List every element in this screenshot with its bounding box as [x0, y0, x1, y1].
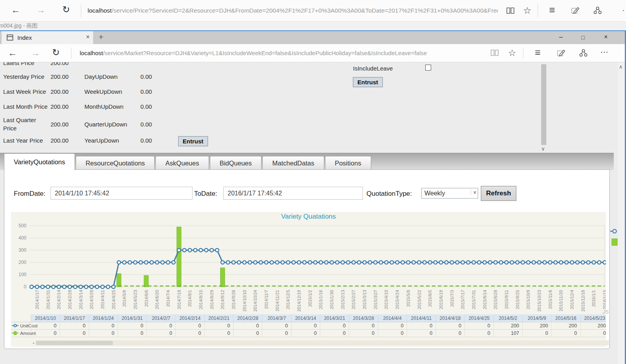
svg-text:2014/1/31: 2014/1/31 [46, 290, 50, 309]
table-cell: 0 [580, 330, 606, 337]
price-row-label: Latest Price [3, 62, 50, 67]
more-icon-fragment[interactable]: · [622, 6, 625, 15]
table-cell: 0 [89, 330, 118, 337]
entrust-button-left[interactable]: Entrust [178, 136, 208, 146]
quotation-type-label: QuotationType: [366, 190, 412, 198]
svg-text:2015/12/4: 2015/12/4 [570, 290, 574, 309]
price-table: Latest Price200.00Yesterday Price200.00D… [0, 62, 205, 147]
column-header: 2014/3/14 [291, 314, 320, 322]
tab-BidQueues[interactable]: BidQueues [210, 156, 262, 170]
maximize-button[interactable]: □ [577, 34, 589, 41]
share-icon[interactable] [593, 6, 602, 16]
refresh-icon[interactable]: ↻ [62, 5, 70, 14]
svg-text:2014/8/29: 2014/8/29 [209, 290, 214, 309]
reading-view-icon[interactable] [490, 49, 499, 58]
tab-VarietyQuotations[interactable]: VarietyQuotations [4, 153, 75, 170]
close-button[interactable]: × [600, 33, 612, 41]
paint-window-title: m004.jpg - 画图 [0, 22, 37, 30]
browser-tab-index[interactable]: Index × [2, 31, 93, 44]
price-row-value2: 0.00 [140, 137, 164, 144]
page-icon [7, 34, 13, 43]
address-bar[interactable]: localhost/service/Market?Resource=DJH&Va… [80, 50, 482, 56]
svg-text:2016/1/1: 2016/1/1 [591, 290, 596, 307]
outer-scrollbar-track[interactable]: ∧ [618, 62, 625, 364]
table-cell: 0 [464, 330, 493, 337]
entrust-button-right[interactable]: Entrust [353, 77, 383, 87]
quotation-type-select[interactable]: Weekly ∨ [421, 188, 478, 199]
price-row-label: Yesterday Price [3, 72, 50, 81]
table-cell: 0 [233, 330, 262, 337]
web-note-icon[interactable] [571, 6, 580, 16]
svg-text:2014/2/14: 2014/2/14 [56, 290, 61, 309]
new-tab-button[interactable]: + [99, 32, 103, 42]
forward-icon[interactable]: → [31, 48, 40, 58]
hub-icon[interactable]: ≡ [549, 4, 555, 16]
to-date-input[interactable]: 2016/1/17 17:45:42 [223, 187, 363, 200]
address-bar[interactable]: localhost/service/Price?ServiceID=2&Reso… [88, 7, 498, 14]
table-cell: 200 [522, 322, 551, 329]
price-row: Last Month Price200.00MonthUpDown0.00 [0, 99, 205, 114]
svg-text:200: 200 [19, 260, 26, 265]
svg-text:2014/12/19: 2014/12/19 [297, 290, 301, 312]
scroll-left-icon[interactable]: ◄ [31, 340, 36, 345]
table-row: UnitCost0000000000000000200200200200 [11, 322, 606, 330]
column-header: 2014/4/4 [378, 314, 407, 322]
column-header: 2014/2/28 [233, 314, 262, 322]
svg-text:2014/12/5: 2014/12/5 [286, 290, 290, 309]
tab-close-icon[interactable]: × [86, 33, 90, 41]
web-note-icon[interactable] [557, 49, 566, 59]
favorites-star-icon[interactable]: ☆ [508, 48, 516, 58]
from-date-label: FromDate: [14, 190, 45, 198]
share-icon[interactable] [579, 49, 588, 59]
reading-view-icon[interactable] [506, 7, 515, 16]
column-header: 2014/1/17 [60, 314, 88, 322]
svg-text:2014/11/7: 2014/11/7 [264, 290, 269, 309]
svg-text:2016/1/15: 2016/1/15 [602, 290, 606, 309]
chevron-down-icon: ∨ [471, 189, 477, 195]
toolbar-divider [71, 48, 71, 59]
svg-text:2014/8/15: 2014/8/15 [198, 290, 203, 309]
svg-text:2014/5/9: 2014/5/9 [122, 290, 127, 307]
table-cell: 0 [146, 322, 175, 329]
forward-icon[interactable]: → [36, 6, 45, 15]
refresh-button[interactable]: Refresh [481, 186, 516, 201]
svg-text:2014/8/1: 2014/8/1 [187, 290, 192, 307]
table-hscrollbar[interactable]: ◄ [31, 340, 609, 345]
svg-text:2014/2/28: 2014/2/28 [67, 290, 72, 309]
column-header: 2014/2/21 [204, 314, 233, 322]
tab-MatchedDatas[interactable]: MatchedDatas [262, 156, 324, 170]
refresh-icon[interactable]: ↻ [52, 48, 60, 57]
back-icon[interactable]: ← [11, 6, 20, 15]
svg-text:2015/10/23: 2015/10/23 [537, 290, 542, 312]
table-cell: 0 [175, 330, 204, 337]
tab-Positions[interactable]: Positions [325, 156, 371, 170]
svg-text:2014/9/26: 2014/9/26 [231, 290, 236, 309]
hscrollbar-thumb[interactable] [36, 341, 113, 345]
column-header: 2014/2/7 [146, 314, 175, 322]
tab-ResourceQuotations[interactable]: ResourceQuotations [76, 156, 155, 170]
price-row-label2: DayUpDown [84, 73, 140, 80]
table-cell: 0 [262, 330, 291, 337]
hub-icon[interactable]: ≡ [535, 47, 541, 58]
table-cell: 0 [378, 322, 407, 329]
price-row-label2: WeekUpDown [84, 88, 140, 95]
table-cell: 0 [349, 322, 377, 329]
svg-text:2014/3/14: 2014/3/14 [78, 290, 83, 309]
more-icon[interactable]: ⋯ [600, 47, 608, 57]
tab-AskQueues[interactable]: AskQueues [155, 156, 209, 170]
svg-text:2014/5/23: 2014/5/23 [133, 290, 138, 309]
from-date-input[interactable]: 2014/1/10 17:45:42 [50, 187, 192, 200]
table-cell: 0 [378, 330, 407, 337]
svg-text:2015/4/24: 2015/4/24 [395, 290, 400, 309]
minimize-button[interactable]: – [555, 33, 567, 41]
table-header-row: 2014/1/102014/1/172014/1/242014/1/312014… [11, 314, 606, 322]
inner-scrollbar-thumb[interactable] [541, 64, 546, 145]
back-icon[interactable]: ← [8, 48, 17, 58]
table-cell: 0 [407, 330, 435, 337]
favorites-star-icon[interactable]: ☆ [523, 5, 532, 16]
svg-text:2015/10/9: 2015/10/9 [526, 290, 531, 309]
scroll-down-icon[interactable]: ∨ [541, 146, 545, 152]
background-browser-toolbar: ← → ↻ localhost/service/Price?ServiceID=… [0, 0, 626, 22]
is-include-leave-checkbox[interactable] [425, 65, 431, 71]
price-row-label2: YearUpDown [84, 137, 140, 144]
